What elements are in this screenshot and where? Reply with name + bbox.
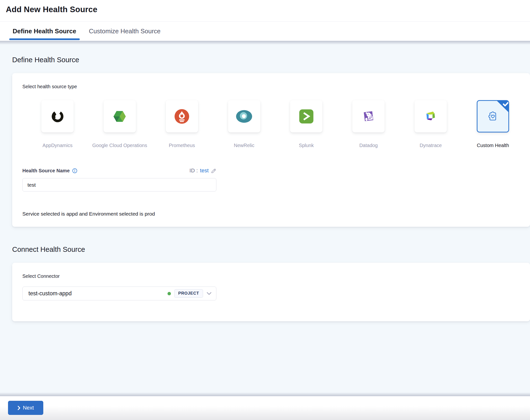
health-source-type-icon-slot bbox=[50, 109, 65, 124]
next-button-label: Next bbox=[23, 405, 34, 411]
selected-check-icon bbox=[496, 100, 509, 113]
select-health-source-type-label: Select health source type bbox=[22, 84, 520, 89]
connector-select[interactable]: test-custom-appd PROJECT bbox=[22, 287, 216, 300]
id-prefix: ID : bbox=[189, 167, 198, 174]
prometheus-icon bbox=[174, 109, 190, 124]
connect-health-source-heading: Connect Health Source bbox=[12, 246, 530, 254]
health-source-type-label: Dynatrace bbox=[420, 143, 442, 148]
define-health-source-heading: Define Health Source bbox=[12, 56, 530, 64]
health-source-type-card[interactable]: Prometheus bbox=[166, 100, 198, 148]
health-source-type-label: Prometheus bbox=[169, 143, 195, 148]
dialog-header: Add New Health Source Define Health Sour… bbox=[0, 0, 530, 41]
health-source-type-label: NewRelic bbox=[234, 143, 254, 148]
appdynamics-icon bbox=[50, 109, 65, 124]
datadog-icon bbox=[361, 109, 376, 124]
connector-scope-badge: PROJECT bbox=[174, 289, 203, 298]
health-source-type-card[interactable]: AppDynamics bbox=[41, 100, 74, 148]
health-source-type-label: Datadog bbox=[359, 143, 378, 148]
health-source-type-card[interactable]: Dynatrace bbox=[414, 100, 447, 148]
tab-bar: Define Health Source Customize Health So… bbox=[0, 21, 530, 41]
connector-status-dot bbox=[167, 292, 171, 295]
chevron-down-icon[interactable] bbox=[206, 292, 212, 295]
page-title: Add New Health Source bbox=[0, 0, 530, 14]
dialog-footer: Next bbox=[0, 396, 530, 420]
health-source-type-label: Splunk bbox=[299, 143, 314, 148]
health-source-type-label: AppDynamics bbox=[43, 143, 73, 148]
connector-status-group: PROJECT bbox=[167, 289, 212, 298]
health-source-type-label: Custom Health bbox=[477, 143, 509, 148]
source-type-row: AppDynamics Google Cloud Operations bbox=[41, 100, 509, 148]
health-source-type-card[interactable]: Splunk bbox=[290, 100, 322, 148]
dialog-body: Define Health Source Select health sourc… bbox=[0, 41, 530, 396]
tab-define-health-source[interactable]: Define Health Source bbox=[12, 22, 77, 41]
health-source-type-icon-slot bbox=[423, 109, 439, 124]
health-source-name-label-group: Health Source Name bbox=[22, 168, 77, 174]
google-cloud-operations-icon bbox=[112, 109, 127, 124]
info-icon[interactable] bbox=[72, 168, 77, 173]
health-source-type-icon-slot bbox=[236, 109, 253, 123]
health-source-name-label: Health Source Name bbox=[22, 168, 70, 174]
health-source-type-icon-slot bbox=[112, 109, 127, 124]
edit-pencil-icon[interactable] bbox=[211, 168, 216, 174]
id-value: test bbox=[200, 167, 209, 174]
chevron-right-icon bbox=[17, 406, 21, 410]
health-source-type-card[interactable]: Datadog bbox=[352, 100, 385, 148]
next-button[interactable]: Next bbox=[8, 401, 43, 415]
health-source-type-icon-slot bbox=[299, 109, 314, 124]
health-source-type-card[interactable]: NewRelic bbox=[228, 100, 260, 148]
tab-customize-health-source[interactable]: Customize Health Source bbox=[88, 22, 161, 41]
health-source-type-icon-slot bbox=[174, 109, 190, 124]
health-source-type-icon-slot bbox=[361, 109, 376, 124]
dynatrace-icon bbox=[423, 109, 439, 124]
health-source-id-group: ID : test bbox=[189, 167, 216, 174]
health-source-type-card[interactable]: Google Cloud Operations bbox=[103, 100, 136, 148]
select-connector-label: Select Connector bbox=[22, 274, 520, 279]
define-health-source-card: Select health source type AppDynamics bbox=[12, 73, 530, 227]
health-source-type-card[interactable]: Custom Health bbox=[477, 100, 509, 148]
health-source-type-label: Google Cloud Operations bbox=[92, 143, 147, 148]
health-source-name-input[interactable] bbox=[22, 178, 216, 191]
connect-health-source-card: Select Connector test-custom-appd PROJEC… bbox=[12, 263, 530, 321]
connector-value: test-custom-appd bbox=[29, 290, 72, 297]
health-source-name-row: Health Source Name ID : test bbox=[22, 167, 216, 174]
service-environment-note: Service selected is appd and Environment… bbox=[22, 211, 520, 217]
splunk-icon bbox=[299, 109, 314, 124]
newrelic-icon bbox=[236, 109, 253, 123]
